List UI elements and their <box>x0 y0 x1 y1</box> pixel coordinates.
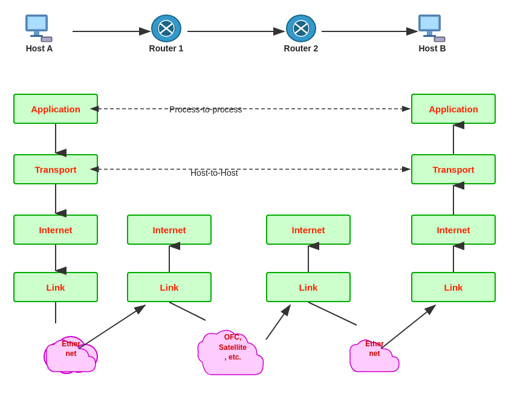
svg-rect-19 <box>423 35 436 37</box>
trans-a-box: Transport <box>13 154 98 184</box>
cloud-right: Ethernet <box>343 323 406 375</box>
svg-rect-21 <box>435 38 444 41</box>
host-a-label: Host A <box>26 44 53 53</box>
router2-device: Router 2 <box>283 13 319 53</box>
app-b-box: Application <box>411 94 496 124</box>
svg-rect-1 <box>28 17 45 29</box>
trans-b-box: Transport <box>411 154 496 184</box>
cloud-right-label: Ethernet <box>365 340 384 358</box>
inet-b-box: Internet <box>411 215 496 245</box>
host-a-icon <box>21 13 57 44</box>
cloud-left-label: Ethernet <box>62 340 80 358</box>
router2-label: Router 2 <box>284 44 319 53</box>
link-r1-box: Link <box>127 272 212 302</box>
cloud-mid: OFC,Satellite, etc. <box>193 317 272 378</box>
host-b-device: Host B <box>414 13 450 53</box>
inet-r2-box: Internet <box>266 215 351 245</box>
svg-rect-5 <box>42 38 51 41</box>
cloud-left: Ethernet <box>39 323 103 375</box>
router1-icon <box>148 13 184 44</box>
router1-device: Router 1 <box>148 13 184 53</box>
host-a-device: Host A <box>21 13 57 53</box>
link-b-box: Link <box>411 272 496 302</box>
cloud-mid-label: OFC,Satellite, etc. <box>219 332 247 363</box>
svg-rect-17 <box>421 17 438 29</box>
host-b-label: Host B <box>418 44 446 53</box>
host-b-icon <box>414 13 450 44</box>
host-to-host-label: Host-to-Host <box>190 168 238 178</box>
svg-rect-18 <box>427 31 432 35</box>
link-a-box: Link <box>13 272 98 302</box>
link-r2-box: Link <box>266 272 351 302</box>
svg-rect-3 <box>30 35 43 37</box>
process-to-process-label: Process-to-process <box>169 105 242 114</box>
inet-a-box: Internet <box>13 215 98 245</box>
router1-label: Router 1 <box>149 44 184 53</box>
router2-icon <box>283 13 319 44</box>
svg-line-46 <box>308 302 357 325</box>
network-diagram: Host A Router 1 <box>0 0 526 420</box>
app-a-box: Application <box>13 94 98 124</box>
svg-rect-2 <box>34 31 39 35</box>
inet-r1-box: Internet <box>127 215 212 245</box>
